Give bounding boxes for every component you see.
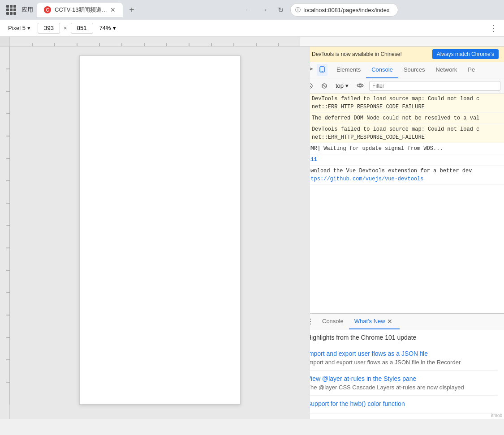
device-dropdown-icon: ▾ <box>27 25 30 31</box>
url-text: localhost:8081/pages/index/index <box>303 7 393 13</box>
device-selector[interactable]: Pixel 5 ▾ <box>4 23 34 33</box>
console-toolbar: top ▾ <box>301 78 504 94</box>
device-name: Pixel 5 <box>8 25 26 31</box>
forward-button[interactable]: → <box>258 4 271 16</box>
console-vue-text: Download the Vue Devtools extension for … <box>304 167 500 183</box>
console-output: ⚠ DevTools failed to load source map: Co… <box>301 94 504 313</box>
svg-line-34 <box>323 85 326 87</box>
devtools-info-text: DevTools is now available in Chinese! <box>312 51 429 57</box>
page-view-container <box>0 47 300 419</box>
console-warning-text-1: DevTools failed to load source map: Coul… <box>312 95 500 111</box>
zoom-dropdown-icon: ▾ <box>113 25 116 31</box>
console-message-vue: Download the Vue Devtools extension for … <box>301 166 504 185</box>
back-button[interactable]: ← <box>242 4 254 16</box>
feature-link-1[interactable]: Import and export user flows as a JSON f… <box>307 350 498 357</box>
responsive-toolbar: Pixel 5 ▾ × 74% ▾ ⋮ <box>0 20 504 37</box>
dimension-separator: × <box>64 25 67 31</box>
drawer-tabs: ⋮ Console What's New ✕ <box>301 314 504 329</box>
stop-recording-button[interactable] <box>319 81 330 90</box>
devtools-info-bar: ℹ DevTools is now available in Chinese! … <box>301 47 504 62</box>
context-top-label: top <box>336 82 344 89</box>
security-icon: ⓘ <box>295 6 301 14</box>
ruler-vertical <box>0 47 10 419</box>
browser-tab[interactable]: C CCTV-13新闻频道... ✕ <box>37 3 123 17</box>
ruler-horizontal <box>10 37 300 47</box>
nav-bar: 应用 C CCTV-13新闻频道... ✕ + ← → ↻ ⓘ localhos… <box>0 0 504 20</box>
watermark-text: itmob <box>491 413 502 418</box>
tab-title: CCTV-13新闻频道... <box>55 6 107 14</box>
console-message-warning-2: ⚠ The deferred DOM Node could not be res… <box>301 113 504 124</box>
vue-devtools-link[interactable]: https://github.com/vuejs/vue-devtools <box>304 176 423 182</box>
page-frame <box>79 55 241 405</box>
main-area: ℹ DevTools is now available in Chinese! … <box>0 47 504 419</box>
feature-desc-1: Import and export user flows as a JSON f… <box>307 359 498 366</box>
tab-sources[interactable]: Sources <box>398 62 431 78</box>
drawer-content: Highlights from the Chrome 101 update Im… <box>301 329 504 419</box>
bottom-drawer: ⋮ Console What's New ✕ Highlights from t… <box>301 313 504 419</box>
drawer-tab-close-icon[interactable]: ✕ <box>385 318 394 325</box>
show-live-expressions-button[interactable] <box>354 81 366 91</box>
ruler-corner <box>0 37 10 47</box>
devtools-tabs: Elements Console Sources Network Pe <box>301 62 504 78</box>
height-input[interactable] <box>71 23 93 34</box>
zoom-value: 74% <box>99 25 111 31</box>
new-tab-button[interactable]: + <box>126 5 137 15</box>
drawer-tab-console[interactable]: Console <box>317 314 349 329</box>
context-dropdown-icon: ▾ <box>345 82 349 89</box>
context-selector[interactable]: top ▾ <box>333 81 351 90</box>
console-message-1111: 1111 <box>301 154 504 166</box>
feature-item-3: Support for the hwb() color function <box>307 396 498 414</box>
apps-grid-icon[interactable] <box>4 3 18 17</box>
console-message-warning-3: ⚠ DevTools failed to load source map: Co… <box>301 124 504 143</box>
tab-favicon: C <box>44 6 51 13</box>
console-warning-text-3: DevTools failed to load source map: Coul… <box>312 125 500 141</box>
feature-link-3[interactable]: Support for the hwb() color function <box>307 400 498 407</box>
tab-network[interactable]: Network <box>431 62 463 78</box>
console-warning-text-2: The deferred DOM Node could not be resol… <box>312 114 500 122</box>
apps-label: 应用 <box>22 6 33 14</box>
highlights-title: Highlights from the Chrome 101 update <box>307 334 498 341</box>
always-match-button[interactable]: Always match Chrome's <box>432 49 499 59</box>
feature-item-1: Import and export user flows as a JSON f… <box>307 345 498 371</box>
console-message-hmr: [HMR] Waiting for update signal from WDS… <box>301 143 504 154</box>
console-message-warning-1: ⚠ DevTools failed to load source map: Co… <box>301 94 504 113</box>
feature-desc-2: The @layer CSS Cascade Layers at-rules a… <box>307 384 498 391</box>
tab-performance[interactable]: Pe <box>462 62 480 78</box>
devtools-ruler-spacer <box>300 37 504 47</box>
address-bar[interactable]: ⓘ localhost:8081/pages/index/index <box>290 3 398 17</box>
page-viewport <box>10 47 310 419</box>
console-hmr-text: [HMR] Waiting for update signal from WDS… <box>304 145 500 153</box>
feature-link-2[interactable]: View @layer at-rules in the Styles pane <box>307 375 498 382</box>
svg-point-35 <box>359 84 362 86</box>
reload-button[interactable]: ↻ <box>274 4 287 16</box>
console-filter-input[interactable] <box>369 81 500 91</box>
device-toggle-icon[interactable] <box>317 64 327 76</box>
devtools-panel: ℹ DevTools is now available in Chinese! … <box>300 47 504 419</box>
console-expand-chevron[interactable]: › <box>301 185 504 194</box>
ruler-area <box>0 37 504 47</box>
tab-close-icon[interactable]: ✕ <box>110 6 116 13</box>
feature-item-2: View @layer at-rules in the Styles pane … <box>307 371 498 396</box>
toolbar-menu-dots[interactable]: ⋮ <box>488 21 500 35</box>
zoom-selector[interactable]: 74% ▾ <box>97 23 119 33</box>
tab-console[interactable]: Console <box>366 62 398 78</box>
width-input[interactable] <box>38 23 60 34</box>
tab-elements[interactable]: Elements <box>331 62 366 78</box>
drawer-tab-whats-new[interactable]: What's New ✕ <box>349 314 400 329</box>
